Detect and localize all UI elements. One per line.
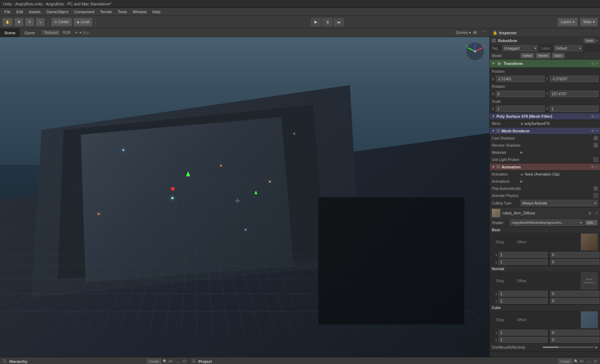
pause-button[interactable]: ⏸ bbox=[322, 18, 332, 26]
shader-row: Shader AngryBots/ReflectiveBackgroundArb… bbox=[490, 219, 600, 227]
gameobject-active-checkbox[interactable]: ☑ bbox=[492, 38, 496, 43]
play-auto-checkbox[interactable]: ✓ bbox=[594, 186, 598, 191]
layer-dropdown[interactable]: Default ▾ bbox=[554, 45, 583, 51]
scale-y-field[interactable] bbox=[550, 106, 599, 112]
cube-offset-x-field[interactable] bbox=[550, 330, 599, 335]
mesh-renderer-check-icon[interactable]: ☑ bbox=[496, 128, 500, 133]
tab-scene[interactable]: Scene bbox=[0, 29, 20, 37]
cast-shadows-checkbox[interactable]: ✓ bbox=[594, 136, 598, 140]
rot-x-field[interactable] bbox=[496, 91, 545, 97]
titlebar: Unity - AngryBots.unity - AngryBots - PC… bbox=[0, 0, 600, 8]
all-btn[interactable]: All bbox=[473, 31, 477, 35]
static-badge[interactable]: Static bbox=[584, 38, 595, 43]
base-tiling-x-field[interactable] bbox=[499, 252, 548, 258]
cube-offset-y-field[interactable] bbox=[550, 337, 599, 343]
one-minus-slider[interactable] bbox=[543, 347, 594, 348]
project-expand-btn[interactable]: ⊡ bbox=[594, 359, 597, 364]
material-gear-icon[interactable]: ⚙ bbox=[588, 211, 591, 215]
base-offset-y-field[interactable] bbox=[550, 259, 599, 265]
view-rgb[interactable]: RGB bbox=[61, 30, 72, 35]
inspector-lock-icon[interactable]: 🔒 bbox=[493, 30, 498, 35]
cube-tiling-x-field[interactable] bbox=[499, 330, 548, 335]
model-select-btn[interactable]: Select bbox=[520, 53, 534, 59]
base-texture-thumb[interactable] bbox=[581, 233, 598, 251]
mesh-renderer-gear-icon[interactable]: ⚙ bbox=[591, 129, 594, 133]
transform-expand-icon[interactable]: ↗ bbox=[595, 62, 598, 66]
pos-x-field[interactable] bbox=[496, 76, 545, 82]
normal-offset-x-field[interactable] bbox=[550, 291, 599, 297]
tag-dropdown[interactable]: Untagged ▾ bbox=[502, 45, 538, 51]
animate-physics-checkbox[interactable] bbox=[594, 193, 598, 198]
position-label: Position bbox=[492, 70, 520, 74]
mesh-filter-gear-icon[interactable]: ⚙ bbox=[591, 115, 594, 118]
normal-offset-y-field[interactable] bbox=[550, 298, 599, 304]
menu-tools[interactable]: Tools bbox=[115, 8, 130, 16]
animation-section-header[interactable]: ▼ ☑ Animation ⚙ ↗ bbox=[490, 163, 600, 171]
shader-dropdown[interactable]: AngryBots/ReflectiveBackgroundArbitraryG… bbox=[510, 219, 583, 226]
animation-expand-icon[interactable]: ↗ bbox=[595, 165, 598, 169]
project-close-btn[interactable]: — bbox=[587, 359, 591, 364]
cube-tiling-y-field[interactable] bbox=[499, 337, 548, 343]
pivot-local-btn[interactable]: ◈ Local bbox=[74, 18, 92, 26]
materials-arrow-icon[interactable]: ▶ bbox=[520, 151, 523, 154]
transform-gear-icon[interactable]: ⚙ bbox=[591, 62, 594, 66]
scene-navigator[interactable]: X Y Z bbox=[464, 41, 486, 62]
cube-texture-thumb[interactable] bbox=[581, 311, 598, 328]
base-offset-x-field[interactable] bbox=[550, 252, 599, 258]
menu-file[interactable]: File bbox=[1, 8, 14, 16]
model-revert-btn[interactable]: Revert bbox=[536, 53, 550, 59]
culling-dropdown[interactable]: Always Animate ▾ bbox=[520, 200, 598, 206]
use-light-probes-checkbox[interactable] bbox=[594, 157, 598, 162]
transform-hand-btn[interactable]: ✋ bbox=[2, 18, 13, 26]
normal-tiling-x-field[interactable] bbox=[499, 291, 548, 297]
project-collapse-icon[interactable]: ☰ bbox=[192, 359, 196, 364]
scene-viewport[interactable]: X Y Z ✛ bbox=[0, 37, 489, 357]
hierarchy-all-btn[interactable]: All bbox=[168, 359, 172, 363]
scale-x-field[interactable] bbox=[496, 106, 545, 112]
layers-dropdown[interactable]: Layers ▾ bbox=[558, 18, 578, 26]
menu-edit[interactable]: Edit bbox=[14, 8, 26, 16]
pivot-center-btn[interactable]: ⊙ Center bbox=[51, 18, 72, 26]
static-arrow-icon[interactable]: ▾ bbox=[596, 39, 598, 42]
menu-assets[interactable]: Assets bbox=[26, 8, 44, 16]
normal-texture-none[interactable]: None (Texture) bbox=[581, 272, 598, 289]
menu-gameobject[interactable]: GameObject bbox=[44, 8, 71, 16]
tab-game[interactable]: Game bbox=[20, 29, 40, 37]
menu-terrain[interactable]: Terrain bbox=[97, 8, 115, 16]
play-button[interactable]: ▶ bbox=[311, 18, 321, 26]
gizmos-btn[interactable]: Gizmos ▾ bbox=[456, 31, 471, 35]
mesh-renderer-header[interactable]: ▼ ☑ Mesh Renderer ⚙ ↗ bbox=[490, 127, 600, 135]
layout-dropdown[interactable]: Wide ▾ bbox=[580, 18, 598, 26]
menu-help[interactable]: Help bbox=[150, 8, 163, 16]
rot-y-field[interactable] bbox=[550, 91, 599, 97]
base-tiling-y-field[interactable] bbox=[499, 259, 548, 265]
view-misc-icons[interactable]: ☀ ✦ ⊡ ▷ bbox=[73, 30, 91, 35]
animation-gear-icon[interactable]: ⚙ bbox=[591, 165, 594, 169]
mesh-filter-header[interactable]: ▼ Poly Surface 479 (Mesh Filter) ⚙ ↗ bbox=[490, 113, 600, 120]
animation-check-icon[interactable]: ☑ bbox=[496, 165, 500, 169]
hierarchy-expand-btn[interactable]: ⊡ bbox=[183, 359, 186, 364]
transform-move-btn[interactable]: ✥ bbox=[14, 18, 24, 26]
project-all-btn[interactable]: All bbox=[580, 359, 584, 363]
project-create-btn[interactable]: Create bbox=[558, 359, 573, 364]
animations-arrow-icon[interactable]: ▶ bbox=[520, 180, 523, 183]
hierarchy-collapse-icon[interactable]: ☰ bbox=[3, 359, 6, 364]
shader-edit-btn[interactable]: Edit... bbox=[585, 220, 598, 226]
hierarchy-create-btn[interactable]: Create bbox=[147, 359, 161, 364]
mesh-renderer-expand-icon[interactable]: ↗ bbox=[595, 129, 598, 133]
scene-minimize-icon[interactable]: — bbox=[480, 29, 489, 37]
model-open-btn[interactable]: Open bbox=[552, 53, 565, 59]
view-textured[interactable]: Textured bbox=[42, 30, 60, 35]
step-button[interactable]: ⏭ bbox=[334, 18, 344, 26]
menu-component[interactable]: Component bbox=[71, 8, 97, 16]
normal-tiling-y-field[interactable] bbox=[499, 298, 548, 304]
hierarchy-close-btn[interactable]: — bbox=[176, 359, 180, 364]
transform-scale-btn[interactable]: ⤡ bbox=[36, 18, 45, 26]
transform-section-header[interactable]: ▼ ⊞ Transform ⚙ ↗ bbox=[490, 60, 600, 68]
menu-window[interactable]: Window bbox=[130, 8, 150, 16]
receive-shadows-checkbox[interactable]: ✓ bbox=[594, 143, 598, 147]
transform-rotate-btn[interactable]: ↻ bbox=[25, 18, 34, 26]
material-expand-icon[interactable]: ↗ bbox=[595, 211, 598, 215]
mesh-filter-expand-icon[interactable]: ↗ bbox=[595, 115, 598, 118]
pos-y-field[interactable] bbox=[550, 76, 599, 82]
